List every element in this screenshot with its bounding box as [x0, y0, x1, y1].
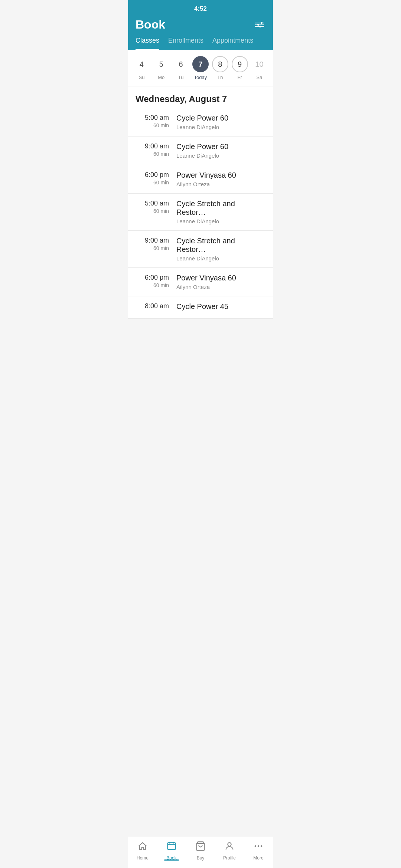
time-value: 6:00 pm [136, 274, 169, 282]
day-number-9: 9 [232, 56, 248, 72]
duration-value: 60 min [136, 208, 169, 214]
class-name: Cycle Power 60 [176, 142, 265, 151]
class-item[interactable]: 9:00 am 60 min Cycle Stretch and Restor…… [128, 231, 273, 268]
class-item[interactable]: 8:00 am Cycle Power 45 [128, 296, 273, 319]
class-item[interactable]: 6:00 pm 60 min Power Vinyasa 60 Ailynn O… [128, 268, 273, 296]
class-instructor: Leanne DiAngelo [176, 218, 265, 224]
day-9-fr[interactable]: 9 Fr [231, 56, 249, 80]
class-name: Cycle Stretch and Restor… [176, 200, 265, 217]
header: Book [128, 14, 273, 32]
filter-line-3 [255, 26, 264, 27]
class-time: 9:00 am 60 min [136, 142, 176, 157]
duration-value: 60 min [136, 122, 169, 128]
class-time: 6:00 pm 60 min [136, 274, 176, 288]
filter-line-1 [255, 23, 264, 23]
day-4-su[interactable]: 4 Su [133, 56, 150, 80]
day-number-5: 5 [153, 56, 169, 72]
class-instructor: Leanne DiAngelo [176, 152, 265, 159]
day-number-8: 8 [212, 56, 228, 72]
class-name: Cycle Power 45 [176, 302, 265, 311]
tab-appointments[interactable]: Appointments [212, 37, 253, 50]
tab-bar: Classes Enrollments Appointments [128, 32, 273, 50]
calendar-strip: 4 Su 5 Mo 6 Tu 7 Today 8 Th 9 Fr 10 Sa [128, 50, 273, 86]
day-label-10: Sa [257, 75, 263, 80]
duration-value: 60 min [136, 245, 169, 251]
class-item[interactable]: 5:00 am 60 min Cycle Power 60 Leanne DiA… [128, 108, 273, 137]
day-label-4: Su [138, 75, 144, 80]
class-instructor: Leanne DiAngelo [176, 124, 265, 130]
class-instructor: Leanne DiAngelo [176, 255, 265, 262]
day-label-7: Today [194, 75, 207, 80]
filter-line-2 [255, 24, 264, 25]
class-name: Power Vinyasa 60 [176, 274, 265, 282]
day-number-4: 4 [133, 56, 150, 72]
class-time: 5:00 am 60 min [136, 200, 176, 214]
day-6-tu[interactable]: 6 Tu [172, 56, 190, 80]
duration-value: 60 min [136, 151, 169, 157]
class-info: Cycle Stretch and Restor… Leanne DiAngel… [176, 200, 265, 224]
class-info: Cycle Power 60 Leanne DiAngelo [176, 114, 265, 130]
day-7-today[interactable]: 7 Today [192, 56, 209, 80]
class-info: Power Vinyasa 60 Ailynn Orteza [176, 274, 265, 290]
time-value: 8:00 am [136, 302, 169, 310]
day-label-9: Fr [238, 75, 242, 80]
class-info: Cycle Power 45 [176, 302, 265, 312]
class-info: Cycle Stretch and Restor… Leanne DiAngel… [176, 237, 265, 262]
time-value: 9:00 am [136, 237, 169, 244]
tab-classes[interactable]: Classes [136, 37, 159, 50]
day-label-5: Mo [158, 75, 164, 80]
day-8-th[interactable]: 8 Th [211, 56, 229, 80]
class-time: 8:00 am [136, 302, 176, 311]
class-instructor: Ailynn Orteza [176, 284, 265, 290]
filter-button[interactable] [254, 21, 265, 29]
date-heading: Wednesday, August 7 [128, 86, 273, 108]
time-value: 5:00 am [136, 114, 169, 122]
class-name: Cycle Power 60 [176, 114, 265, 122]
time-display: 4:52 [194, 5, 207, 12]
duration-value: 60 min [136, 180, 169, 185]
time-value: 6:00 pm [136, 171, 169, 179]
day-number-10: 10 [251, 56, 267, 72]
class-list: 5:00 am 60 min Cycle Power 60 Leanne DiA… [128, 108, 273, 319]
day-10-sa[interactable]: 10 Sa [250, 56, 268, 80]
class-item[interactable]: 9:00 am 60 min Cycle Power 60 Leanne DiA… [128, 137, 273, 165]
duration-value: 60 min [136, 282, 169, 288]
class-time: 5:00 am 60 min [136, 114, 176, 128]
page-title: Book [136, 18, 165, 32]
class-name: Power Vinyasa 60 [176, 171, 265, 180]
day-label-6: Tu [178, 75, 184, 80]
class-instructor: Ailynn Orteza [176, 181, 265, 187]
class-item[interactable]: 5:00 am 60 min Cycle Stretch and Restor…… [128, 194, 273, 231]
tab-enrollments[interactable]: Enrollments [168, 37, 203, 50]
class-info: Cycle Power 60 Leanne DiAngelo [176, 142, 265, 159]
class-time: 6:00 pm 60 min [136, 171, 176, 185]
day-number-7: 7 [192, 56, 209, 72]
status-bar: 4:52 [128, 0, 273, 14]
day-5-mo[interactable]: 5 Mo [152, 56, 170, 80]
class-item[interactable]: 6:00 pm 60 min Power Vinyasa 60 Ailynn O… [128, 165, 273, 194]
day-label-8: Th [217, 75, 223, 80]
class-info: Power Vinyasa 60 Ailynn Orteza [176, 171, 265, 187]
day-number-6: 6 [173, 56, 189, 72]
time-value: 5:00 am [136, 200, 169, 207]
class-name: Cycle Stretch and Restor… [176, 237, 265, 254]
class-time: 9:00 am 60 min [136, 237, 176, 251]
time-value: 9:00 am [136, 142, 169, 150]
